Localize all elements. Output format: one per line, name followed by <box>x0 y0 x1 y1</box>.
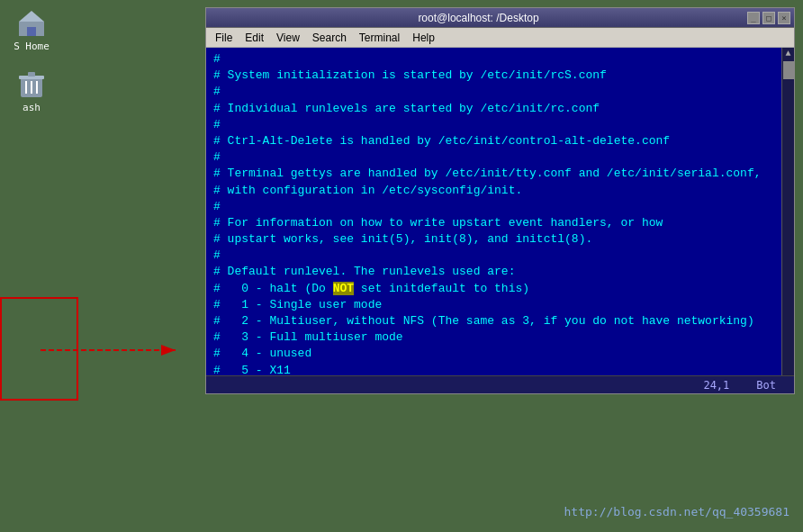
svg-rect-2 <box>27 27 36 36</box>
desktop-icons: S Home ash <box>5 9 59 113</box>
svg-rect-5 <box>28 72 35 77</box>
editor-line-13: # <box>213 248 787 264</box>
annotation-red-box <box>0 297 78 401</box>
editor-area[interactable]: # # System initialization is started by … <box>206 48 794 375</box>
editor-line-20: # 5 - X11 <box>213 363 787 375</box>
editor-line-6: # Ctrl-Alt-Delete is handled by /etc/ini… <box>213 133 787 149</box>
menu-edit[interactable]: Edit <box>239 30 269 46</box>
scrollbar-right[interactable]: ▲ <box>781 48 794 375</box>
desktop: S Home ash root@localhost: /Desktop _ □ … <box>0 0 803 532</box>
maximize-button[interactable]: □ <box>762 12 775 24</box>
highlight-not-1: NOT <box>333 282 354 295</box>
close-button[interactable]: × <box>778 12 790 24</box>
editor-line-19: # 4 - unused <box>213 346 787 362</box>
editor-line-4: # Individual runlevels are started by /e… <box>213 101 787 117</box>
home-icon-label: S Home <box>14 41 50 52</box>
editor-mode: Bot <box>756 379 776 392</box>
scroll-up-arrow[interactable]: ▲ <box>784 48 791 59</box>
editor-line-2: # System initialization is started by /e… <box>213 68 787 84</box>
editor-content: # # System initialization is started by … <box>213 51 787 375</box>
editor-line-8: # Terminal gettys are handled by /etc/in… <box>213 166 787 182</box>
title-bar-buttons: _ □ × <box>747 12 790 24</box>
annotation-arrow <box>32 335 194 366</box>
editor-line-17: # 2 - Multiuser, without NFS (The same a… <box>213 313 787 329</box>
home-icon <box>17 9 46 38</box>
title-bar: root@localhost: /Desktop _ □ × <box>206 8 794 28</box>
editor-line-18: # 3 - Full multiuser mode <box>213 329 787 346</box>
terminal-window: root@localhost: /Desktop _ □ × File Edit… <box>205 7 795 394</box>
editor-line-10: # <box>213 199 787 215</box>
blog-url: http://blog.csdn.net/qq_40359681 <box>564 505 789 518</box>
editor-line-12: # upstart works, see init(5), init(8), a… <box>213 231 787 248</box>
menu-bar: File Edit View Search Terminal Help <box>206 28 794 48</box>
menu-terminal[interactable]: Terminal <box>354 30 405 46</box>
status-bar: 24,1 Bot <box>206 375 794 393</box>
editor-line-14: # Default runlevel. The runlevels used a… <box>213 264 787 280</box>
cursor-position: 24,1 <box>703 379 729 392</box>
editor-line-3: # <box>213 84 787 100</box>
editor-line-11: # For information on how to write upstar… <box>213 215 787 231</box>
scrollbar-thumb[interactable] <box>783 61 794 79</box>
desktop-icon-trash[interactable]: ash <box>5 70 59 113</box>
window-title: root@localhost: /Desktop <box>210 12 747 24</box>
menu-file[interactable]: File <box>210 30 238 46</box>
editor-line-1: # <box>213 51 787 68</box>
minimize-button[interactable]: _ <box>747 12 760 24</box>
trash-icon <box>17 70 46 99</box>
svg-marker-1 <box>19 11 44 22</box>
editor-line-15: # 0 - halt (Do NOT set initdefault to th… <box>213 281 787 297</box>
desktop-icon-home[interactable]: S Home <box>5 9 59 52</box>
menu-help[interactable]: Help <box>407 30 440 46</box>
editor-line-7: # <box>213 149 787 166</box>
editor-line-5: # <box>213 117 787 133</box>
trash-icon-label: ash <box>23 102 41 113</box>
menu-search[interactable]: Search <box>307 30 352 46</box>
menu-view[interactable]: View <box>271 30 305 46</box>
editor-line-9: # with configuration in /etc/sysconfig/i… <box>213 183 787 199</box>
editor-line-16: # 1 - Single user mode <box>213 297 787 313</box>
